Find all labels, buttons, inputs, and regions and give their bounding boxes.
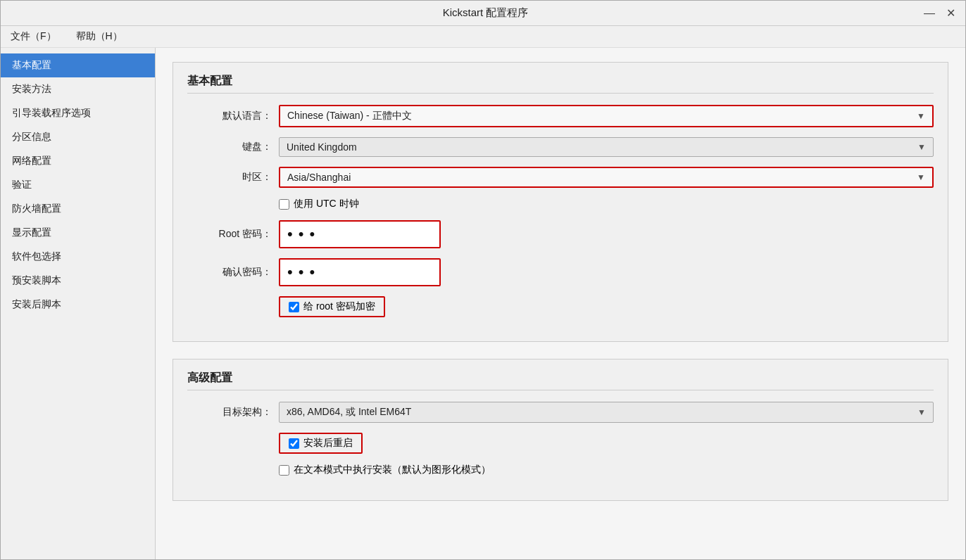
language-row: 默认语言： Chinese (Taiwan) - 正體中文 ▼ [187, 105, 934, 127]
encrypt-row: 给 root 密码加密 [187, 296, 934, 317]
arch-control: x86, AMD64, 或 Intel EM64T ▼ [279, 402, 934, 423]
root-password-control [279, 220, 934, 248]
content-area: 基本配置 默认语言： Chinese (Taiwan) - 正體中文 ▼ 键盘： [156, 48, 965, 559]
language-dropdown[interactable]: Chinese (Taiwan) - 正體中文 ▼ [279, 105, 934, 127]
confirm-password-label: 确认密码： [187, 266, 272, 279]
title-bar-controls: — ✕ [921, 8, 958, 19]
sidebar: 基本配置 安装方法 引导装载程序选项 分区信息 网络配置 验证 防火墙配置 显示… [1, 48, 156, 559]
sidebar-item-post-script[interactable]: 安装后脚本 [1, 293, 155, 317]
sidebar-item-pre-script[interactable]: 预安装脚本 [1, 269, 155, 293]
timezone-row: 时区： Asia/Shanghai ▼ [187, 167, 934, 188]
sidebar-item-packages[interactable]: 软件包选择 [1, 245, 155, 269]
utc-label[interactable]: 使用 UTC 时钟 [294, 198, 359, 210]
text-mode-label[interactable]: 在文本模式中执行安装（默认为图形化模式） [294, 464, 491, 476]
root-password-input[interactable] [279, 220, 441, 248]
help-menu[interactable]: 帮助（H） [73, 29, 125, 44]
arch-label: 目标架构： [187, 406, 272, 419]
timezone-value: Asia/Shanghai [287, 172, 351, 183]
text-mode-row: 在文本模式中执行安装（默认为图形化模式） [187, 464, 934, 476]
keyboard-control: United Kingdom ▼ [279, 137, 934, 157]
sidebar-item-firewall[interactable]: 防火墙配置 [1, 197, 155, 221]
utc-checkbox[interactable] [279, 199, 289, 210]
main-content: 基本配置 安装方法 引导装载程序选项 分区信息 网络配置 验证 防火墙配置 显示… [1, 48, 965, 559]
sidebar-item-partition[interactable]: 分区信息 [1, 125, 155, 149]
menu-bar: 文件（F） 帮助（H） [1, 26, 965, 48]
basic-config-title: 基本配置 [187, 74, 934, 94]
main-window: Kickstart 配置程序 — ✕ 文件（F） 帮助（H） 基本配置 安装方法… [0, 0, 966, 560]
minimize-button[interactable]: — [921, 8, 938, 19]
arch-row: 目标架构： x86, AMD64, 或 Intel EM64T ▼ [187, 402, 934, 423]
reboot-label[interactable]: 安装后重启 [303, 437, 353, 450]
advanced-config-title: 高级配置 [187, 371, 934, 390]
root-password-label: Root 密码： [187, 228, 272, 241]
keyboard-row: 键盘： United Kingdom ▼ [187, 137, 934, 157]
keyboard-dropdown-arrow: ▼ [917, 142, 926, 152]
advanced-config-section: 高级配置 目标架构： x86, AMD64, 或 Intel EM64T ▼ [172, 359, 948, 501]
reboot-container: 安装后重启 [279, 433, 363, 454]
language-dropdown-arrow: ▼ [917, 111, 925, 121]
utc-control: 使用 UTC 时钟 [279, 198, 934, 210]
file-menu[interactable]: 文件（F） [8, 29, 59, 44]
timezone-dropdown[interactable]: Asia/Shanghai ▼ [279, 167, 934, 188]
arch-value: x86, AMD64, 或 Intel EM64T [287, 406, 411, 419]
sidebar-item-install[interactable]: 安装方法 [1, 77, 155, 101]
keyboard-dropdown[interactable]: United Kingdom ▼ [279, 137, 934, 157]
confirm-password-row: 确认密码： [187, 258, 934, 286]
timezone-dropdown-arrow: ▼ [917, 172, 925, 182]
text-mode-checkbox[interactable] [279, 465, 289, 476]
keyboard-label: 键盘： [187, 141, 272, 153]
timezone-control: Asia/Shanghai ▼ [279, 167, 934, 188]
encrypt-label[interactable]: 给 root 密码加密 [303, 300, 375, 313]
utc-row: 使用 UTC 时钟 [187, 198, 934, 210]
reboot-row: 安装后重启 [187, 433, 934, 454]
root-password-row: Root 密码： [187, 220, 934, 248]
encrypt-checkbox[interactable] [289, 302, 299, 312]
title-bar: Kickstart 配置程序 — ✕ [1, 1, 965, 26]
confirm-password-control [279, 258, 934, 286]
text-mode-container: 在文本模式中执行安装（默认为图形化模式） [279, 464, 491, 476]
sidebar-item-auth[interactable]: 验证 [1, 173, 155, 197]
reboot-checkbox[interactable] [289, 438, 299, 449]
sidebar-item-basic[interactable]: 基本配置 [1, 53, 155, 77]
language-value: Chinese (Taiwan) - 正體中文 [287, 110, 412, 122]
confirm-password-input[interactable] [279, 258, 441, 286]
encrypt-container: 给 root 密码加密 [279, 296, 385, 317]
close-button[interactable]: ✕ [943, 8, 958, 19]
timezone-label: 时区： [187, 171, 272, 184]
arch-dropdown-arrow: ▼ [917, 407, 926, 417]
arch-dropdown[interactable]: x86, AMD64, 或 Intel EM64T ▼ [279, 402, 934, 423]
language-control: Chinese (Taiwan) - 正體中文 ▼ [279, 105, 934, 127]
sidebar-item-bootloader[interactable]: 引导装载程序选项 [1, 101, 155, 125]
basic-config-section: 基本配置 默认语言： Chinese (Taiwan) - 正體中文 ▼ 键盘： [172, 62, 948, 342]
keyboard-value: United Kingdom [287, 141, 357, 153]
sidebar-item-display[interactable]: 显示配置 [1, 221, 155, 245]
sidebar-item-network[interactable]: 网络配置 [1, 149, 155, 173]
language-label: 默认语言： [187, 110, 272, 122]
window-title: Kickstart 配置程序 [50, 6, 921, 20]
